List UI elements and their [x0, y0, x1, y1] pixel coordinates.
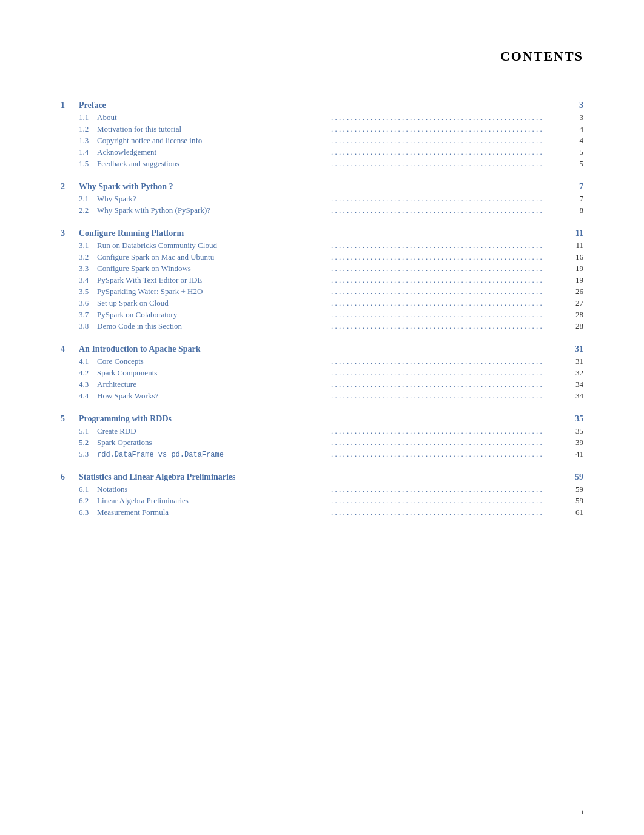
entry-3-4-dots: . . . . . . . . . . . . . . . . . . . . … — [329, 275, 565, 285]
chapter-2-page: 7 — [565, 182, 583, 192]
entry-3-7-num: 3.7 — [61, 310, 97, 320]
entry-3-8-page: 28 — [565, 321, 583, 331]
toc-entry-1-5: 1.5 Feedback and suggestions . . . . . .… — [61, 159, 583, 169]
entry-3-6-num: 3.6 — [61, 298, 97, 308]
entry-1-2-num: 1.2 — [61, 124, 97, 134]
entry-4-1-title: Core Concepts — [97, 357, 329, 366]
chapter-4-num: 4 — [61, 344, 79, 354]
entry-4-2-num: 4.2 — [61, 368, 97, 378]
entry-5-3-num: 5.3 — [61, 449, 97, 459]
entry-4-3-dots: . . . . . . . . . . . . . . . . . . . . … — [329, 380, 565, 389]
entry-4-1-num: 4.1 — [61, 357, 97, 366]
entry-1-2-page: 4 — [565, 124, 583, 134]
toc-entry-3-7: 3.7 PySpark on Colaboratory . . . . . . … — [61, 310, 583, 320]
entry-5-1-dots: . . . . . . . . . . . . . . . . . . . . … — [329, 426, 565, 436]
entry-1-1-num: 1.1 — [61, 113, 97, 122]
chapter-3-num: 3 — [61, 229, 79, 238]
chapter-3-title: Configure Running Platform — [79, 229, 565, 238]
toc-entry-3-8: 3.8 Demo Code in this Section . . . . . … — [61, 321, 583, 331]
entry-4-3-num: 4.3 — [61, 380, 97, 389]
entry-2-2-num: 2.2 — [61, 206, 97, 215]
entry-3-3-num: 3.3 — [61, 264, 97, 273]
entry-2-2-title: Why Spark with Python (PySpark)? — [97, 206, 329, 215]
entry-4-2-dots: . . . . . . . . . . . . . . . . . . . . … — [329, 368, 565, 378]
toc-entry-4-3: 4.3 Architecture . . . . . . . . . . . .… — [61, 380, 583, 389]
chapter-2-num: 2 — [61, 182, 79, 192]
chapter-4-page: 31 — [565, 344, 583, 354]
entry-5-1-title: Create RDD — [97, 426, 329, 436]
entry-5-2-num: 5.2 — [61, 438, 97, 448]
toc-entry-6-2: 6.2 Linear Algebra Preliminaries . . . .… — [61, 496, 583, 506]
entry-3-7-dots: . . . . . . . . . . . . . . . . . . . . … — [329, 310, 565, 320]
toc-section-5: 5 Programming with RDDs 35 5.1 Create RD… — [61, 414, 583, 459]
entry-6-2-num: 6.2 — [61, 496, 97, 506]
entry-1-5-dots: . . . . . . . . . . . . . . . . . . . . … — [329, 159, 565, 169]
entry-1-4-num: 1.4 — [61, 147, 97, 157]
entry-6-1-title: Notations — [97, 485, 329, 494]
entry-1-1-title: About — [97, 113, 329, 122]
entry-2-1-dots: . . . . . . . . . . . . . . . . . . . . … — [329, 194, 565, 204]
entry-3-2-dots: . . . . . . . . . . . . . . . . . . . . … — [329, 252, 565, 262]
chapter-5-page: 35 — [565, 414, 583, 424]
toc-entry-3-6: 3.6 Set up Spark on Cloud . . . . . . . … — [61, 298, 583, 308]
entry-3-1-num: 3.1 — [61, 241, 97, 250]
entry-5-2-title: Spark Operations — [97, 438, 329, 448]
toc-entry-5-2: 5.2 Spark Operations . . . . . . . . . .… — [61, 438, 583, 448]
entry-3-1-dots: . . . . . . . . . . . . . . . . . . . . … — [329, 241, 565, 250]
entry-1-2-title: Motivation for this tutorial — [97, 124, 329, 134]
entry-3-5-dots: . . . . . . . . . . . . . . . . . . . . … — [329, 287, 565, 297]
entry-4-3-page: 34 — [565, 380, 583, 389]
entry-6-1-dots: . . . . . . . . . . . . . . . . . . . . … — [329, 485, 565, 494]
page: CONTENTS 1 Preface 3 1.1 About . . . . .… — [0, 0, 644, 835]
entry-5-2-page: 39 — [565, 438, 583, 448]
entry-4-1-page: 31 — [565, 357, 583, 366]
entry-4-2-page: 32 — [565, 368, 583, 378]
entry-1-4-dots: . . . . . . . . . . . . . . . . . . . . … — [329, 147, 565, 157]
toc-section-3: 3 Configure Running Platform 11 3.1 Run … — [61, 229, 583, 331]
toc-entry-3-4: 3.4 PySpark With Text Editor or IDE . . … — [61, 275, 583, 285]
entry-4-2-title: Spark Components — [97, 368, 329, 378]
toc-entry-1-2: 1.2 Motivation for this tutorial . . . .… — [61, 124, 583, 134]
entry-3-8-dots: . . . . . . . . . . . . . . . . . . . . … — [329, 321, 565, 331]
footer-divider — [61, 531, 583, 531]
entry-4-4-page: 34 — [565, 391, 583, 401]
toc-entry-3-5: 3.5 PySparkling Water: Spark + H2O . . .… — [61, 287, 583, 297]
toc-entry-1-1: 1.1 About . . . . . . . . . . . . . . . … — [61, 113, 583, 122]
toc-container: 1 Preface 3 1.1 About . . . . . . . . . … — [61, 101, 583, 517]
entry-5-1-num: 5.1 — [61, 426, 97, 436]
entry-1-3-title: Copyright notice and license info — [97, 136, 329, 146]
entry-5-3-page: 41 — [565, 449, 583, 459]
entry-3-2-num: 3.2 — [61, 252, 97, 262]
footer-page-num: i — [581, 807, 583, 816]
entry-1-3-page: 4 — [565, 136, 583, 146]
entry-1-5-title: Feedback and suggestions — [97, 159, 329, 169]
entry-2-1-page: 7 — [565, 194, 583, 204]
entry-1-2-dots: . . . . . . . . . . . . . . . . . . . . … — [329, 124, 565, 134]
entry-2-1-num: 2.1 — [61, 194, 97, 204]
toc-section-4: 4 An Introduction to Apache Spark 31 4.1… — [61, 344, 583, 401]
chapter-5-title: Programming with RDDs — [79, 414, 565, 424]
entry-6-3-title: Measurement Formula — [97, 508, 329, 517]
chapter-1-page: 3 — [565, 101, 583, 110]
chapter-3-page: 11 — [565, 229, 583, 238]
entry-3-3-page: 19 — [565, 264, 583, 273]
chapter-4-title: An Introduction to Apache Spark — [79, 344, 565, 354]
entry-4-4-dots: . . . . . . . . . . . . . . . . . . . . … — [329, 391, 565, 401]
entry-1-1-page: 3 — [565, 113, 583, 122]
entry-5-1-page: 35 — [565, 426, 583, 436]
toc-chapter-3: 3 Configure Running Platform 11 — [61, 229, 583, 238]
entry-4-4-title: How Spark Works? — [97, 391, 329, 401]
entry-1-1-dots: . . . . . . . . . . . . . . . . . . . . … — [329, 113, 565, 122]
toc-entry-2-1: 2.1 Why Spark? . . . . . . . . . . . . .… — [61, 194, 583, 204]
entry-1-4-title: Acknowledgement — [97, 147, 329, 157]
entry-3-6-page: 27 — [565, 298, 583, 308]
chapter-6-page: 59 — [565, 472, 583, 482]
toc-entry-6-3: 6.3 Measurement Formula . . . . . . . . … — [61, 508, 583, 517]
toc-chapter-2: 2 Why Spark with Python ? 7 — [61, 182, 583, 192]
entry-4-3-title: Architecture — [97, 380, 329, 389]
entry-6-2-title: Linear Algebra Preliminaries — [97, 496, 329, 506]
entry-1-3-dots: . . . . . . . . . . . . . . . . . . . . … — [329, 136, 565, 146]
entry-3-2-title: Configure Spark on Mac and Ubuntu — [97, 252, 329, 262]
toc-chapter-1: 1 Preface 3 — [61, 101, 583, 110]
entry-5-3-title: rdd.DataFrame vs pd.DataFrame — [97, 451, 329, 459]
